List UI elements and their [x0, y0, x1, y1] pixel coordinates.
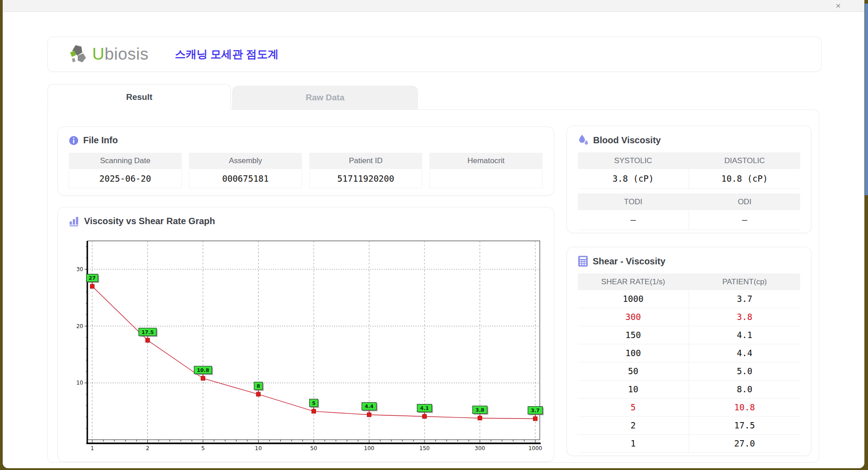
graph-title: Viscosity vs Shear Rate Graph — [84, 216, 215, 226]
header-odi: ODI — [689, 193, 800, 210]
svg-text:8: 8 — [257, 383, 260, 389]
window-titlebar: × — [3, 0, 864, 12]
patient-cell: 17.5 — [689, 417, 800, 434]
field-label: Hematocrit — [429, 153, 542, 169]
shear-cell: 150 — [578, 326, 689, 344]
field-scanning-date: Scanning Date 2025-06-20 — [69, 153, 182, 188]
svg-text:4.1: 4.1 — [420, 405, 429, 411]
svg-text:4.4: 4.4 — [365, 404, 374, 409]
svg-text:100: 100 — [364, 445, 374, 451]
svg-text:20: 20 — [76, 323, 83, 329]
patient-cell: 8.0 — [689, 381, 800, 398]
shear-table: SHEAR RATE(1/s) PATIENT(cp) 1000 3.7 300… — [578, 273, 800, 453]
graph-card: Viscosity vs Shear Rate Graph 1251050100… — [57, 207, 554, 462]
table-header-row: TODI ODI — [578, 193, 800, 210]
svg-text:300: 300 — [475, 445, 485, 451]
svg-text:5: 5 — [312, 400, 316, 406]
svg-text:1000: 1000 — [528, 445, 542, 451]
table-row: 100 4.4 — [578, 344, 800, 362]
svg-text:3.7: 3.7 — [531, 408, 540, 414]
blood-viscosity-table: SYSTOLIC DIASTOLIC 3.8 (cP) 10.8 (cP) TO… — [578, 152, 800, 230]
field-assembly: Assembly 000675181 — [189, 153, 302, 188]
bar-chart-icon — [69, 216, 80, 226]
header-diastolic: DIASTOLIC — [689, 152, 800, 169]
diastolic-value: 10.8 (cP) — [689, 169, 800, 188]
calculator-icon — [578, 255, 588, 267]
ubiosis-logo: Ubiosis — [69, 44, 149, 65]
svg-text:50: 50 — [310, 445, 317, 451]
shear-cell: 1000 — [578, 290, 689, 308]
header-shear-rate: SHEAR RATE(1/s) — [578, 273, 689, 290]
svg-text:27: 27 — [89, 275, 95, 281]
shear-cell: 100 — [578, 344, 689, 362]
field-value: 000675181 — [189, 169, 302, 188]
field-value — [429, 169, 542, 188]
shear-cell: 2 — [578, 417, 689, 434]
header-systolic: SYSTOLIC — [578, 152, 689, 169]
table-row: 5 10.8 — [578, 399, 800, 417]
patient-cell: 4.1 — [689, 326, 800, 344]
info-icon — [69, 136, 79, 146]
field-label: Scanning Date — [69, 153, 182, 169]
svg-text:1: 1 — [90, 445, 94, 451]
table-row: 50 5.0 — [578, 362, 800, 381]
svg-text:150: 150 — [420, 445, 430, 451]
svg-text:10: 10 — [76, 380, 83, 386]
result-panel: File Info Scanning Date 2025-06-20 Assem… — [47, 109, 819, 463]
field-label: Assembly — [189, 153, 302, 169]
page-title: 스캐닝 모세관 점도계 — [175, 47, 278, 61]
shear-cell: 300 — [578, 308, 689, 326]
droplets-icon — [578, 134, 589, 146]
table-header-row: SYSTOLIC DIASTOLIC — [578, 152, 800, 169]
blood-viscosity-title: Blood Viscosity — [593, 135, 661, 146]
viscosity-chart: 125105010015030010001020302717.510.8854.… — [76, 236, 546, 453]
logo-wordmark: Ubiosis — [92, 45, 149, 64]
svg-text:10: 10 — [255, 445, 262, 451]
table-row: 1000 3.7 — [578, 290, 800, 308]
tab-raw-data[interactable]: Raw Data — [232, 86, 418, 109]
table-row: 300 3.8 — [578, 308, 800, 326]
svg-text:3.8: 3.8 — [476, 407, 485, 413]
patient-cell: 4.4 — [689, 344, 800, 362]
side-strip — [865, 4, 868, 195]
table-row: – – — [578, 210, 800, 230]
field-label: Patient ID — [309, 153, 422, 169]
patient-cell: 5.0 — [689, 362, 800, 380]
tab-result[interactable]: Result — [47, 84, 231, 110]
svg-text:5: 5 — [201, 445, 205, 451]
table-header-row: SHEAR RATE(1/s) PATIENT(cp) — [578, 273, 800, 290]
svg-text:10.8: 10.8 — [197, 367, 209, 373]
field-value: 51711920200 — [309, 169, 422, 188]
shear-cell: 50 — [578, 362, 689, 380]
logo-letter-u: U — [92, 45, 104, 63]
field-hematocrit: Hematocrit — [429, 153, 542, 188]
file-info-card: File Info Scanning Date 2025-06-20 Assem… — [57, 127, 554, 196]
logo-rest: biosis — [104, 45, 149, 63]
shear-cell: 10 — [578, 381, 689, 398]
shear-viscosity-title: Shear - Viscosity — [593, 256, 665, 267]
svg-text:2: 2 — [146, 445, 150, 451]
table-row: 1 27.0 — [578, 435, 800, 453]
close-icon[interactable]: × — [833, 1, 844, 11]
patient-cell: 3.7 — [689, 290, 800, 308]
odi-value: – — [689, 210, 800, 230]
file-info-title: File Info — [83, 135, 118, 146]
table-row: 150 4.1 — [578, 326, 800, 344]
shear-viscosity-card: Shear - Viscosity SHEAR RATE(1/s) PATIEN… — [566, 247, 811, 456]
table-row: 2 17.5 — [578, 417, 800, 435]
todi-value: – — [578, 210, 689, 230]
table-row: 10 8.0 — [578, 381, 800, 399]
patient-cell: 27.0 — [689, 435, 800, 452]
ubiosis-logo-icon — [69, 44, 90, 65]
table-row: 3.8 (cP) 10.8 (cP) — [578, 169, 800, 189]
systolic-value: 3.8 (cP) — [578, 169, 689, 188]
field-patient-id: Patient ID 51711920200 — [309, 153, 422, 188]
patient-cell: 10.8 — [689, 399, 800, 416]
header-patient: PATIENT(cp) — [689, 273, 800, 290]
shear-table-body: 1000 3.7 300 3.8 150 4.1 100 4.4 — [578, 290, 800, 453]
app-window: Ubiosis 스캐닝 모세관 점도계 Result Raw Data File… — [3, 12, 864, 468]
patient-cell: 3.8 — [689, 308, 800, 326]
shear-cell: 1 — [578, 435, 689, 452]
file-info-fields: Scanning Date 2025-06-20 Assembly 000675… — [58, 146, 554, 188]
svg-text:30: 30 — [76, 266, 83, 273]
